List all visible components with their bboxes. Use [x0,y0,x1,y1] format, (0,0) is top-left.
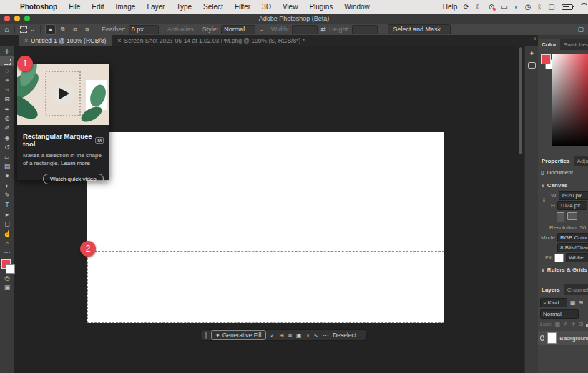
focus-moon-icon[interactable]: ☾ [476,3,482,11]
modify-selection-icon[interactable]: ✓ [270,332,275,339]
subtract-selection-mode-button[interactable]: ⧄ [70,25,79,34]
menu-filter[interactable]: Filter [229,3,256,11]
feather-input[interactable]: 0 px [129,25,159,34]
frame-tool[interactable]: ⊠ [0,95,14,104]
app-menu[interactable]: Photoshop [14,3,63,11]
wifi-icon[interactable] [579,3,588,11]
watch-quick-video-button[interactable]: Watch quick video [43,174,104,184]
portrait-orientation-button[interactable] [557,212,564,222]
rulers-grids-section-header[interactable]: Rulers & Grids [547,267,587,273]
type-tool[interactable]: T [0,200,14,209]
fill-color-swatch[interactable] [554,254,564,262]
menu-type[interactable]: Type [170,3,197,11]
deselect-button[interactable]: Deselect [333,332,356,339]
close-tab-icon[interactable]: × [117,37,121,44]
tab-swatches[interactable]: Swatches [560,39,588,50]
height-input[interactable] [352,25,378,34]
generative-fill-button[interactable]: ✦ Generative Fill [211,330,266,340]
tool-preset-chevron-icon[interactable]: ⌄ [30,26,36,33]
tab-screenshot[interactable]: × Screen Shot 2023-06-14 at 1.02.03 PM.p… [112,35,310,46]
screen-record-icon[interactable]: ⊙ [489,3,494,11]
menu-layer[interactable]: Layer [141,3,170,11]
lock-position-icon[interactable]: ✛ [571,321,576,327]
swap-dimensions-icon[interactable]: ⇄ [320,26,326,33]
crop-tool[interactable]: ⌗ [0,86,14,95]
canvas-width-input[interactable]: 1920 px [559,191,588,200]
add-to-selection-mode-button[interactable]: ⧉ [58,25,67,34]
workspace-icon[interactable]: ▢ [577,26,584,33]
zoom-tool[interactable]: ⌕ [0,239,14,248]
display-status-icon[interactable]: ▢ [548,3,554,11]
blur-tool[interactable]: ● [0,171,14,181]
color-panel-foreground-swatch[interactable] [541,54,551,64]
object-selection-tool[interactable]: ⌖ [0,76,14,85]
canvas-section-chevron-icon[interactable]: ∨ [541,182,545,189]
shape-tool[interactable]: ◻ [0,219,14,229]
lock-transparency-icon[interactable]: ▦ [555,321,561,327]
blend-mode-dropdown[interactable]: Normal [540,309,579,319]
intersect-selection-mode-button[interactable]: ⧅ [82,25,92,34]
layer-thumbnail[interactable] [547,332,557,344]
menu-help[interactable]: Help [437,3,464,11]
eyedropper-tool[interactable]: ✒ [0,104,14,114]
filter-type-icon[interactable]: ▦ [570,299,576,306]
marquee-selection[interactable] [87,251,444,323]
select-and-mask-button[interactable]: Select and Mask... [388,24,451,34]
taskbar-more-options-icon[interactable]: ⋯ [323,332,328,339]
transform-selection-icon[interactable]: ⧈ [288,332,292,339]
taskbar-drag-handle[interactable] [205,332,207,339]
quick-mask-button[interactable]: ◎ [0,274,14,283]
history-brush-tool[interactable]: ↺ [0,143,14,152]
menu-image[interactable]: Image [110,3,142,11]
menu-file[interactable]: File [63,3,86,11]
brush-tool[interactable]: ✐ [0,124,14,133]
new-selection-mode-button[interactable]: ■ [46,25,55,34]
fill-dropdown[interactable]: White [566,253,588,262]
edit-toolbar-icon[interactable]: ⋯ [0,248,14,257]
clone-stamp-tool[interactable]: ◈ [0,134,14,143]
invert-selection-icon[interactable]: ↖ [313,332,318,339]
layer-visibility-icon[interactable] [540,335,544,341]
create-adjustment-icon[interactable]: ◑ [306,332,310,339]
tab-layers[interactable]: Layers [538,284,564,295]
rulers-section-chevron-icon[interactable]: ∨ [541,267,545,273]
marquee-tool-preset-icon[interactable] [20,26,27,33]
filter-mode-icon[interactable]: ⊞ [579,299,584,306]
menu-plugins[interactable]: Plugins [303,3,338,11]
tab-untitled-1[interactable]: × Untitled-1 @ 100% (RGB/8) [19,35,112,46]
eraser-tool[interactable]: ▱ [0,152,14,161]
clock-status-icon[interactable]: ◷ [525,3,531,11]
path-selection-tool[interactable]: ▸ [0,210,14,219]
lock-artboard-icon[interactable]: ⊞ [579,321,584,327]
learn-more-link[interactable]: Learn more [61,160,90,166]
style-dropdown-chevron-icon[interactable]: ⌄ [258,26,264,33]
layer-row-background[interactable]: Background [538,331,588,345]
sync-status-icon[interactable]: ⟳ [463,3,469,11]
tab-channels[interactable]: Channels [564,284,588,295]
tooltip-video-thumbnail[interactable] [17,64,109,125]
close-tab-icon[interactable]: × [24,37,28,44]
style-dropdown[interactable]: Normal [221,25,255,34]
tab-properties[interactable]: Properties [538,156,574,166]
move-tool[interactable]: ✛ [0,47,14,56]
fill-selection-icon[interactable]: ⊞ [279,332,284,339]
canvas-vertical-scrollbar[interactable] [519,47,522,154]
hand-tool[interactable]: ☝ [0,229,14,238]
bluetooth-icon[interactable]: ᛒ [537,3,542,11]
folder-status-icon[interactable]: ▭ [501,3,507,11]
shape-status-icon[interactable]: ◗ [514,3,519,11]
pen-tool[interactable]: ✎ [0,191,14,200]
bit-depth-dropdown[interactable]: 8 Bits/Chann [557,243,588,252]
comments-icon[interactable] [525,59,539,71]
menu-view[interactable]: View [277,3,304,11]
menu-edit[interactable]: Edit [86,3,109,11]
home-icon[interactable]: ⌂ [4,25,9,34]
create-mask-icon[interactable]: ▣ [296,332,302,339]
rectangular-marquee-tool[interactable] [0,56,14,66]
menu-select[interactable]: Select [197,3,229,11]
lock-pixels-icon[interactable]: ✐ [563,321,568,327]
canvas-section-header[interactable]: Canvas [547,182,567,189]
tab-color[interactable]: Color [538,39,560,50]
color-picker-field[interactable] [552,54,588,146]
screen-mode-button[interactable]: ▣ [0,283,14,292]
